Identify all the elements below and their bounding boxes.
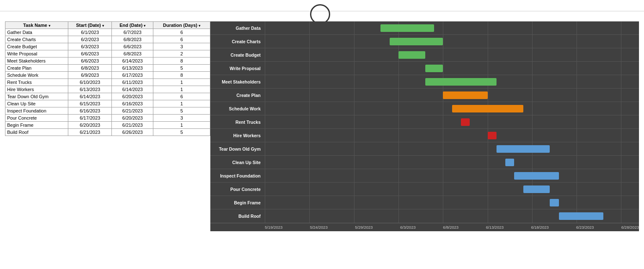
grid-line — [443, 142, 443, 155]
grid-line — [354, 21, 354, 34]
filter-icon[interactable]: ▾ — [49, 24, 50, 28]
grid-line — [577, 169, 577, 182]
gantt-task-label: Create Charts — [210, 39, 265, 44]
grid-line — [309, 75, 310, 88]
grid-line — [265, 89, 265, 102]
grid-line — [265, 102, 265, 115]
gantt-task-label: Schedule Work — [210, 106, 265, 111]
filter-icon[interactable]: ▾ — [144, 24, 145, 28]
table-cell-duration: 8 — [153, 72, 210, 79]
table-row: Meet Stakeholders6/6/20236/14/20238 — [5, 57, 210, 65]
x-axis-label: 6/18/2023 — [531, 225, 548, 230]
table-cell-task: Inspect Foundation — [5, 107, 68, 115]
gantt-bars-area — [265, 102, 639, 115]
table-row: Gather Data6/1/20236/7/20236 — [5, 29, 210, 36]
grid-line — [621, 169, 621, 182]
x-axis-label: 6/3/2023 — [400, 225, 416, 230]
table-cell-start: 6/3/2023 — [68, 43, 112, 50]
gantt-row: Clean Up Site — [210, 156, 639, 169]
grid-line — [443, 209, 443, 223]
grid-line — [488, 89, 488, 102]
gantt-bar — [559, 212, 603, 220]
filter-icon[interactable]: ▾ — [102, 24, 104, 28]
gantt-bars-area — [265, 183, 639, 196]
grid-line — [354, 102, 354, 115]
table-cell-end: 6/21/2023 — [112, 107, 153, 115]
gantt-row: Schedule Work — [210, 102, 639, 115]
grid-line — [621, 115, 621, 128]
table-cell-task: Rent Trucks — [5, 79, 68, 86]
grid-line — [354, 48, 354, 61]
grid-line — [532, 115, 533, 128]
gantt-bars-area — [265, 21, 639, 34]
table-cell-start: 6/10/2023 — [68, 79, 112, 86]
grid-line — [398, 75, 399, 88]
table-row: Begin Frame6/20/20236/21/20231 — [5, 122, 210, 129]
gantt-task-label: Meet Stakeholders — [210, 79, 265, 84]
grid-line — [265, 142, 265, 155]
table-row: Create Budget6/3/20236/6/20233 — [5, 43, 210, 50]
grid-line — [443, 169, 443, 182]
gantt-bar — [550, 199, 559, 206]
table-cell-start: 6/6/2023 — [68, 57, 112, 65]
grid-line — [443, 115, 443, 128]
table-cell-duration: 6 — [153, 36, 210, 43]
gantt-bars-area — [265, 115, 639, 128]
grid-line — [621, 75, 621, 88]
filter-icon[interactable]: ▾ — [199, 24, 200, 28]
table-cell-start: 6/8/2023 — [68, 65, 112, 72]
gantt-bar — [523, 185, 550, 193]
grid-line — [532, 62, 533, 75]
x-axis-label: 5/19/2023 — [265, 225, 282, 230]
grid-line — [443, 156, 443, 169]
grid-line — [532, 75, 533, 88]
table-cell-end: 6/26/2023 — [112, 129, 153, 136]
grid-line — [354, 196, 354, 209]
gantt-bar — [505, 159, 514, 166]
gantt-task-label: Rent Trucks — [210, 120, 265, 125]
task-table: Task Name ▾Start (Date) ▾End (Date) ▾Dur… — [5, 21, 210, 136]
grid-line — [577, 48, 577, 61]
table-row: Inspect Foundation6/16/20236/21/20235 — [5, 107, 210, 115]
grid-line — [621, 196, 621, 209]
grid-line — [621, 156, 621, 169]
gantt-bars-area — [265, 129, 639, 142]
grid-line — [443, 102, 443, 115]
gantt-bar — [425, 65, 443, 72]
grid-line — [621, 183, 621, 196]
grid-line — [443, 62, 443, 75]
grid-line — [309, 21, 310, 34]
grid-line — [309, 169, 310, 182]
grid-line — [265, 209, 265, 223]
grid-line — [577, 142, 577, 155]
gantt-task-label: Begin Frame — [210, 200, 265, 205]
table-row: Tear Down Old Gym6/14/20236/20/20236 — [5, 93, 210, 100]
grid-line — [265, 129, 265, 142]
grid-line — [309, 209, 310, 223]
grid-line — [577, 89, 577, 102]
x-axis: 5/19/20235/24/20235/29/20236/3/20236/8/2… — [210, 223, 639, 231]
grid-line — [354, 142, 354, 155]
grid-line — [577, 102, 577, 115]
gantt-task-label: Tear Down Old Gym — [210, 146, 265, 151]
table-cell-end: 6/20/2023 — [112, 93, 153, 100]
gantt-bar — [443, 91, 487, 99]
table-row: Clean Up Site6/15/20236/16/20231 — [5, 100, 210, 107]
grid-line — [532, 48, 533, 61]
table-cell-start: 6/15/2023 — [68, 100, 112, 107]
grid-line — [577, 183, 577, 196]
table-row: Pour Concrete6/17/20236/20/20233 — [5, 115, 210, 122]
gantt-bar — [497, 145, 550, 153]
grid-line — [621, 62, 621, 75]
gantt-task-label: Create Plan — [210, 93, 265, 98]
gantt-bars-area — [265, 142, 639, 155]
table-row: Create Plan6/8/20236/13/20235 — [5, 65, 210, 72]
table-cell-task: Gather Data — [5, 29, 68, 36]
gantt-bars-area — [265, 62, 639, 75]
table-row: Rent Trucks6/10/20236/11/20231 — [5, 79, 210, 86]
grid-line — [532, 89, 533, 102]
table-cell-duration: 1 — [153, 86, 210, 93]
table-cell-task: Begin Frame — [5, 122, 68, 129]
table-cell-end: 6/13/2023 — [112, 65, 153, 72]
gantt-bars-area — [265, 35, 639, 48]
